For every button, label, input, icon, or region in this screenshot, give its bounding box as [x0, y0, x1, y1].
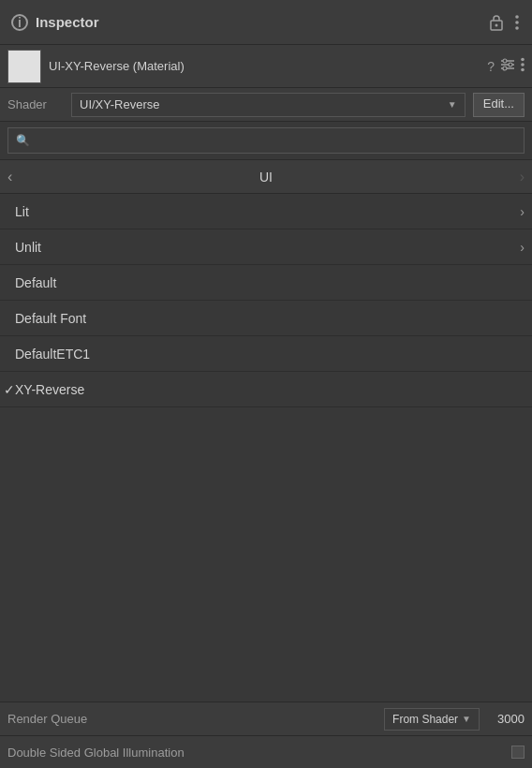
- checkmark-icon: ✓: [4, 382, 15, 397]
- shader-dropdown-popup: ‹ UI › Lit › Unlit › Default Default Fon…: [0, 160, 532, 702]
- double-sided-label: Double Sided Global Illumination: [7, 746, 504, 760]
- dropdown-item-label: XY-Reverse: [15, 382, 84, 397]
- shader-value: UI/XY-Reverse: [80, 97, 160, 111]
- render-queue-label: Render Queue: [7, 712, 377, 726]
- svg-point-1: [495, 23, 498, 26]
- dropdown-item-label: Default: [15, 275, 56, 290]
- render-queue-value: From Shader: [392, 713, 458, 726]
- render-queue-dropdown[interactable]: From Shader ▼: [384, 708, 480, 731]
- inspector-title: Inspector: [36, 14, 487, 30]
- svg-point-4: [515, 26, 519, 30]
- dropdown-arrow-icon: ▼: [448, 99, 457, 110]
- search-bar: 🔍: [0, 122, 532, 160]
- dropdown-item-label: DefaultETC1: [15, 347, 90, 362]
- svg-point-10: [503, 66, 507, 70]
- lock-button[interactable]: [487, 12, 506, 33]
- render-queue-arrow-icon: ▼: [462, 714, 471, 724]
- header-bar: i Inspector: [0, 0, 532, 45]
- material-actions: ?: [487, 57, 525, 75]
- svg-point-3: [515, 21, 519, 24]
- svg-point-13: [521, 68, 525, 72]
- dropdown-item-label: Default Font: [15, 311, 86, 326]
- dropdown-item-label: Lit: [15, 204, 29, 219]
- dropdown-item-lit[interactable]: Lit ›: [0, 194, 532, 229]
- forward-icon: ›: [520, 169, 525, 185]
- item-arrow-icon: ›: [520, 240, 525, 255]
- dropdown-item-default[interactable]: Default: [0, 265, 532, 301]
- inspector-window: i Inspector UI-XY-: [0, 0, 532, 768]
- svg-point-12: [521, 63, 525, 66]
- dropdown-item-unlit[interactable]: Unlit ›: [0, 229, 532, 265]
- more-options-button[interactable]: [513, 12, 521, 33]
- material-more-button[interactable]: [521, 57, 525, 75]
- material-preview-thumbnail: [7, 50, 41, 83]
- adjust-button[interactable]: [500, 58, 515, 74]
- double-sided-checkbox[interactable]: [511, 746, 525, 759]
- material-row: UI-XY-Reverse (Material) ?: [0, 45, 532, 88]
- dropdown-item-xy-reverse[interactable]: ✓ XY-Reverse: [0, 372, 532, 407]
- svg-point-11: [521, 58, 525, 62]
- shader-dropdown[interactable]: UI/XY-Reverse ▼: [71, 93, 466, 117]
- help-button[interactable]: ?: [487, 59, 495, 74]
- shader-row: Shader UI/XY-Reverse ▼ Edit...: [0, 88, 532, 122]
- svg-point-8: [503, 59, 507, 63]
- dropdown-item-label: Unlit: [15, 240, 41, 255]
- dropdown-item-default-font[interactable]: Default Font: [0, 301, 532, 336]
- render-queue-row: Render Queue From Shader ▼ 3000: [0, 702, 532, 736]
- search-input-wrapper: 🔍: [7, 127, 525, 154]
- item-arrow-icon: ›: [520, 204, 525, 219]
- svg-point-9: [509, 63, 512, 66]
- double-sided-row: Double Sided Global Illumination: [0, 736, 532, 768]
- header-actions: [487, 12, 521, 33]
- svg-point-2: [515, 15, 519, 19]
- dropdown-category: UI: [20, 170, 511, 185]
- back-button[interactable]: ‹: [7, 169, 12, 185]
- shader-label: Shader: [7, 97, 64, 111]
- search-input[interactable]: [36, 134, 516, 148]
- dropdown-header: ‹ UI ›: [0, 160, 532, 194]
- material-name: UI-XY-Reverse (Material): [49, 59, 487, 73]
- dropdown-item-default-etc1[interactable]: DefaultETC1: [0, 336, 532, 372]
- edit-shader-button[interactable]: Edit...: [473, 93, 525, 117]
- search-icon: 🔍: [16, 134, 30, 147]
- info-icon: i: [11, 14, 28, 31]
- bottom-area: Render Queue From Shader ▼ 3000 Double S…: [0, 702, 532, 768]
- dropdown-items-list: Lit › Unlit › Default Default Font Defau…: [0, 194, 532, 702]
- render-queue-number: 3000: [487, 712, 525, 726]
